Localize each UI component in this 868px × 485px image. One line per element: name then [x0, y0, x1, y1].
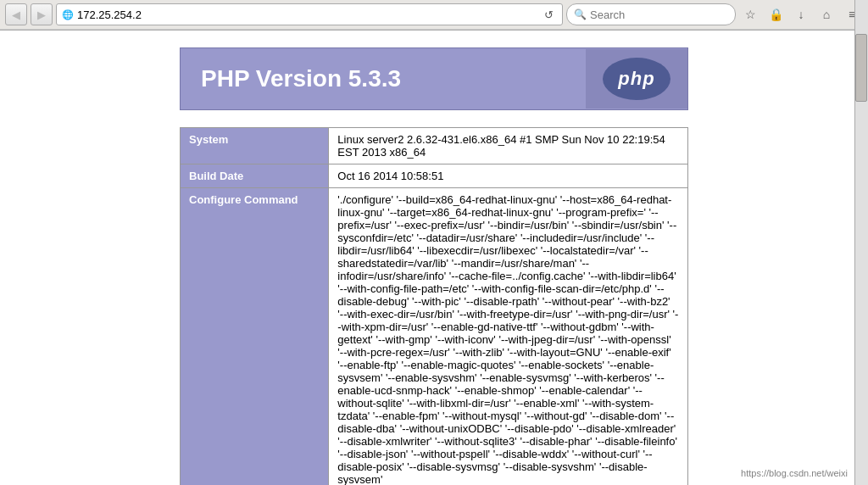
row-label: System	[181, 128, 329, 164]
search-input[interactable]	[590, 8, 709, 21]
back-icon: ◀	[12, 8, 20, 21]
row-value: Oct 16 2014 10:58:51	[329, 164, 688, 188]
reload-button[interactable]: ↺	[540, 6, 557, 23]
forward-icon: ▶	[37, 8, 46, 21]
row-label: Build Date	[181, 164, 329, 188]
search-bar-container: 🔍	[566, 3, 736, 25]
php-info-table: SystemLinux server2 2.6.32-431.el6.x86_6…	[180, 127, 688, 485]
home-button[interactable]: ⌂	[815, 3, 837, 25]
watermark: https://blog.csdn.net/weixi	[741, 468, 848, 478]
lock-button[interactable]: 🔒	[765, 3, 787, 25]
table-row: SystemLinux server2 2.6.32-431.el6.x86_6…	[181, 128, 688, 164]
row-label: Configure Command	[181, 188, 329, 486]
php-header: PHP Version 5.3.3 php	[180, 47, 688, 110]
table-row: Configure Command'./configure' '--build=…	[181, 188, 688, 486]
page-content: PHP Version 5.3.3 php SystemLinux server…	[0, 31, 868, 485]
address-input[interactable]	[77, 8, 537, 21]
nav-bar: ◀ ▶ 🌐 ↺ 🔍 ☆ 🔒 ↓ ⌂ ≡	[0, 0, 868, 30]
forward-button[interactable]: ▶	[31, 3, 53, 25]
table-row: Build DateOct 16 2014 10:58:51	[181, 164, 688, 188]
scrollbar-thumb[interactable]	[855, 34, 867, 102]
toolbar-icons: ☆ 🔒 ↓ ⌂ ≡	[739, 3, 863, 25]
back-button[interactable]: ◀	[5, 3, 27, 25]
php-logo-container: php	[586, 49, 687, 109]
download-button[interactable]: ↓	[790, 3, 812, 25]
scrollbar[interactable]	[854, 0, 868, 485]
address-bar-container: 🌐 ↺	[56, 3, 563, 25]
php-logo: php	[603, 58, 670, 100]
bookmark-button[interactable]: ☆	[739, 3, 761, 25]
globe-icon: 🌐	[62, 9, 74, 20]
row-value: './configure' '--build=x86_64-redhat-lin…	[329, 188, 688, 486]
search-icon: 🔍	[574, 8, 587, 20]
browser-chrome: ◀ ▶ 🌐 ↺ 🔍 ☆ 🔒 ↓ ⌂ ≡	[0, 0, 868, 31]
row-value: Linux server2 2.6.32-431.el6.x86_64 #1 S…	[329, 128, 688, 164]
php-version-title: PHP Version 5.3.3	[181, 48, 421, 109]
